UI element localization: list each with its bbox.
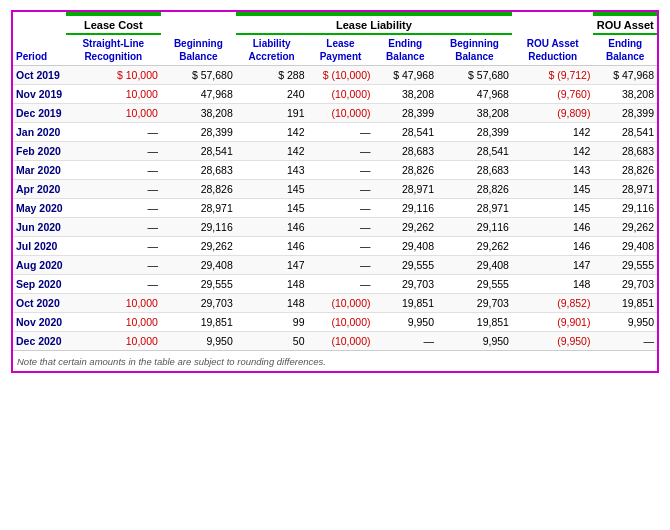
- rou-red-cell: $ (9,712): [512, 66, 594, 85]
- eb-ll-cell: 29,555: [374, 256, 438, 275]
- table-row: Oct 202010,00029,703148(10,000)19,85129,…: [13, 294, 657, 313]
- spacer2: [512, 14, 594, 34]
- table-row: Oct 2019$ 10,000$ 57,680$ 288$ (10,000)$…: [13, 66, 657, 85]
- rou-red-cell: 145: [512, 199, 594, 218]
- eb-ll-cell: 9,950: [374, 313, 438, 332]
- bb-rou-cell: 28,683: [437, 161, 512, 180]
- table-row: Nov 202010,00019,85199(10,000)9,95019,85…: [13, 313, 657, 332]
- bb-ll-cell: 19,851: [161, 313, 236, 332]
- liability-accretion-col-header: Liability Accretion: [236, 34, 308, 66]
- eb-ll-cell: 28,826: [374, 161, 438, 180]
- rou-red-cell: (9,950): [512, 332, 594, 351]
- straight-line-cell: 10,000: [66, 294, 161, 313]
- bb-ll-cell: 38,208: [161, 104, 236, 123]
- straight-line-cell: —: [66, 237, 161, 256]
- rou-red-cell: (9,760): [512, 85, 594, 104]
- eb-rou-col-header: Ending Balance: [593, 34, 657, 66]
- rou-red-cell: 146: [512, 237, 594, 256]
- period-cell: May 2020: [13, 199, 66, 218]
- main-table-container: Lease Cost Lease Liability ROU Asset Per…: [11, 10, 659, 373]
- straight-line-cell: 10,000: [66, 313, 161, 332]
- eb-rou-cell: 29,408: [593, 237, 657, 256]
- eb-rou-cell: 29,116: [593, 199, 657, 218]
- eb-ll-cell: 19,851: [374, 294, 438, 313]
- eb-rou-cell: 38,208: [593, 85, 657, 104]
- la-cell: 148: [236, 275, 308, 294]
- note-text: Note that certain amounts in the table a…: [13, 351, 657, 372]
- eb-rou-cell: $ 47,968: [593, 66, 657, 85]
- period-cell: Sep 2020: [13, 275, 66, 294]
- rou-red-cell: (9,852): [512, 294, 594, 313]
- bb-rou-cell: 28,826: [437, 180, 512, 199]
- period-cell: Feb 2020: [13, 142, 66, 161]
- lp-cell: —: [308, 256, 374, 275]
- eb-rou-cell: 28,826: [593, 161, 657, 180]
- lp-cell: (10,000): [308, 332, 374, 351]
- period-cell: Jan 2020: [13, 123, 66, 142]
- lp-cell: $ (10,000): [308, 66, 374, 85]
- eb-rou-cell: 28,683: [593, 142, 657, 161]
- eb-ll-cell: 28,541: [374, 123, 438, 142]
- bb-rou-cell: $ 57,680: [437, 66, 512, 85]
- straight-line-cell: —: [66, 256, 161, 275]
- lp-cell: —: [308, 275, 374, 294]
- la-cell: 99: [236, 313, 308, 332]
- lease-liability-header: Lease Liability: [236, 14, 512, 34]
- eb-ll-cell: 29,262: [374, 218, 438, 237]
- bb-ll-cell: 29,555: [161, 275, 236, 294]
- bb-ll-cell: 28,971: [161, 199, 236, 218]
- eb-rou-cell: 29,262: [593, 218, 657, 237]
- period-cell: Aug 2020: [13, 256, 66, 275]
- eb-ll-cell: —: [374, 332, 438, 351]
- bb-ll-cell: 28,826: [161, 180, 236, 199]
- lp-cell: (10,000): [308, 104, 374, 123]
- lp-cell: —: [308, 161, 374, 180]
- eb-rou-cell: 28,399: [593, 104, 657, 123]
- straight-line-cell: —: [66, 161, 161, 180]
- bb-ll-cell: 9,950: [161, 332, 236, 351]
- eb-rou-cell: 19,851: [593, 294, 657, 313]
- bb-ll-cell: 28,541: [161, 142, 236, 161]
- straight-line-cell: —: [66, 199, 161, 218]
- rou-red-cell: 147: [512, 256, 594, 275]
- period-cell: Mar 2020: [13, 161, 66, 180]
- table-row: Feb 2020—28,541142—28,68328,54114228,683: [13, 142, 657, 161]
- eb-ll-cell: 38,208: [374, 85, 438, 104]
- period-cell: Oct 2019: [13, 66, 66, 85]
- note-row: Note that certain amounts in the table a…: [13, 351, 657, 372]
- bb-ll-cell: 29,408: [161, 256, 236, 275]
- lp-cell: —: [308, 123, 374, 142]
- rou-red-cell: 142: [512, 142, 594, 161]
- table-row: May 2020—28,971145—29,11628,97114529,116: [13, 199, 657, 218]
- la-cell: 145: [236, 199, 308, 218]
- period-cell: Dec 2020: [13, 332, 66, 351]
- eb-ll-cell: 28,399: [374, 104, 438, 123]
- straight-line-cell: —: [66, 123, 161, 142]
- la-cell: 240: [236, 85, 308, 104]
- lp-cell: (10,000): [308, 313, 374, 332]
- table-row: Nov 201910,00047,968240(10,000)38,20847,…: [13, 85, 657, 104]
- lp-cell: —: [308, 142, 374, 161]
- bb-rou-col-header: Beginning Balance: [437, 34, 512, 66]
- la-cell: 143: [236, 161, 308, 180]
- eb-ll-cell: 29,116: [374, 199, 438, 218]
- eb-rou-cell: 28,541: [593, 123, 657, 142]
- rou-red-cell: 148: [512, 275, 594, 294]
- rou-red-cell: 146: [512, 218, 594, 237]
- bb-ll-cell: 28,683: [161, 161, 236, 180]
- straight-line-cell: 10,000: [66, 104, 161, 123]
- table-body: Oct 2019$ 10,000$ 57,680$ 288$ (10,000)$…: [13, 66, 657, 351]
- lease-cost-header: Lease Cost: [66, 14, 161, 34]
- eb-ll-cell: 29,703: [374, 275, 438, 294]
- bb-rou-cell: 29,408: [437, 256, 512, 275]
- table-row: Mar 2020—28,683143—28,82628,68314328,826: [13, 161, 657, 180]
- bb-ll-cell: 47,968: [161, 85, 236, 104]
- table-row: Jan 2020—28,399142—28,54128,39914228,541: [13, 123, 657, 142]
- eb-rou-cell: 9,950: [593, 313, 657, 332]
- eb-rou-cell: 28,971: [593, 180, 657, 199]
- period-cell: Dec 2019: [13, 104, 66, 123]
- lease-payment-col-header: Lease Payment: [308, 34, 374, 66]
- straight-line-col-header: Straight-Line Recognition: [66, 34, 161, 66]
- bb-ll-cell: 29,116: [161, 218, 236, 237]
- period-cell: Jun 2020: [13, 218, 66, 237]
